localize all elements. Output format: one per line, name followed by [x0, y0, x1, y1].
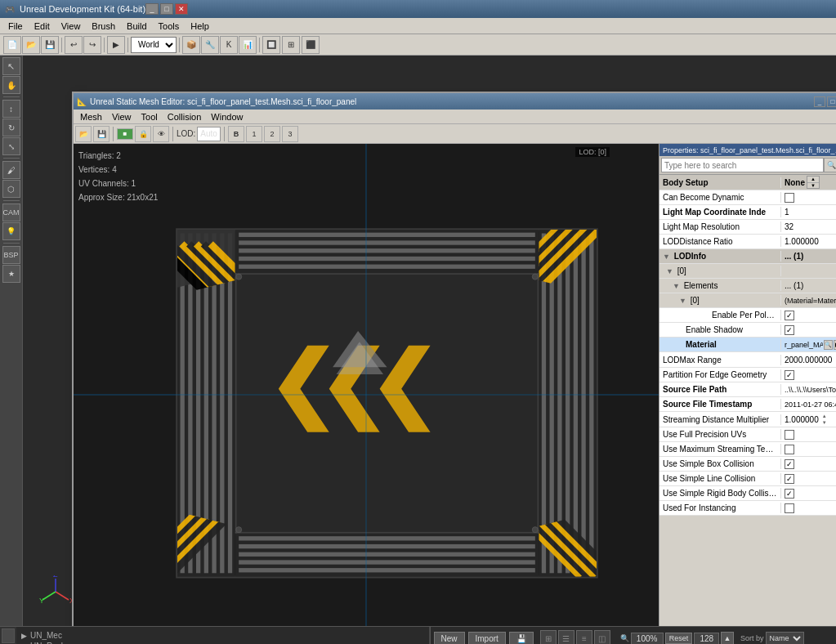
redo-button[interactable]: ↪ — [83, 36, 101, 54]
maximize-button[interactable]: □ — [160, 3, 173, 15]
prop-value-per-poly[interactable] — [781, 310, 836, 321]
lt-rotate[interactable]: ↻ — [2, 119, 20, 136]
prop-material-search[interactable]: 🔍 — [824, 340, 833, 350]
lt-camera[interactable]: CAM — [2, 203, 20, 221]
reset-zoom-button[interactable]: Reset — [665, 633, 693, 644]
grid-view-btn[interactable]: ⊞ — [540, 630, 557, 644]
stream-spinner[interactable]: ▲ ▼ — [822, 413, 827, 426]
sme-menu-mesh[interactable]: Mesh — [75, 110, 107, 123]
minimize-button[interactable]: _ — [145, 3, 159, 15]
menu-view[interactable]: View — [56, 20, 86, 33]
main-viewport[interactable]: X Y Z 📐 Unreal Static Mesh Editor: sci_f… — [23, 56, 836, 626]
prop-row-elem0[interactable]: ▼ [0] (Material=Material — [659, 293, 836, 308]
save-asset-button[interactable]: 💾 — [509, 632, 534, 645]
lt-geometry[interactable]: ⬡ — [2, 180, 20, 198]
asset-item-unmec[interactable]: ▶ UN_Mec — [20, 630, 426, 641]
asset-item-unrock[interactable]: ▶ UN_Rock — [20, 641, 426, 644]
prop-value-partition[interactable] — [781, 369, 836, 381]
prop-row-elements[interactable]: ▼ Elements ... (1) — [659, 279, 836, 293]
props-search-button[interactable]: 🔍 — [824, 158, 836, 172]
lt-light[interactable]: 💡 — [2, 222, 20, 240]
prop-checkbox-dynamic[interactable] — [785, 193, 794, 203]
toolbar-btn-3[interactable]: K — [220, 36, 238, 54]
prop-value-rigidbody[interactable] — [781, 488, 836, 499]
viewport-btn-3[interactable]: ⬛ — [302, 36, 320, 54]
lt-select[interactable]: ↖ — [2, 57, 20, 75]
menu-build[interactable]: Build — [122, 20, 151, 33]
prop-checkbox-rigidbody[interactable] — [785, 489, 794, 499]
new-asset-button[interactable]: New — [434, 632, 465, 645]
sme-minimize[interactable]: _ — [814, 96, 825, 107]
prop-row-lodinfo[interactable]: ▼ LODInfo ... (1) — [659, 249, 836, 264]
close-button[interactable]: ✕ — [175, 3, 188, 15]
sme-num3-btn[interactable]: 3 — [282, 126, 298, 142]
new-button[interactable]: 📄 — [3, 36, 21, 54]
prop-value-instancing[interactable] — [781, 503, 836, 514]
sme-menu-window[interactable]: Window — [206, 110, 248, 123]
import-asset-button[interactable]: Import — [468, 632, 506, 645]
toolbar-btn-2[interactable]: 🔧 — [201, 36, 219, 54]
lt-move[interactable]: ↕ — [2, 100, 20, 118]
save-button[interactable]: 💾 — [41, 36, 59, 54]
viewport-btn-2[interactable]: ⊞ — [282, 36, 300, 54]
svg-point-79 — [236, 527, 242, 533]
sme-maximize[interactable]: □ — [827, 96, 836, 107]
sort-dropdown[interactable]: Name — [766, 632, 804, 644]
sme-green-btn[interactable]: ■ — [117, 128, 133, 140]
detail-view-btn[interactable]: ≡ — [576, 630, 592, 644]
sme-viewport[interactable]: Triangles: 2 Vertices: 4 UV Channels: 1 … — [74, 144, 659, 626]
menu-brush[interactable]: Brush — [87, 20, 120, 33]
play-button[interactable]: ▶ — [107, 36, 125, 54]
sme-open-btn[interactable]: 📂 — [75, 126, 92, 142]
zoom-up-btn[interactable]: ▲ — [721, 632, 734, 644]
lt-brush[interactable]: 🖌 — [2, 161, 20, 179]
prop-checkbox-per-poly[interactable] — [785, 311, 794, 320]
viewport-btn-1[interactable]: 🔲 — [262, 36, 280, 54]
prop-material-browse[interactable]: ▶ — [834, 340, 836, 350]
toolbar-btn-1[interactable]: 📦 — [182, 36, 200, 54]
prop-checkbox-shadow[interactable] — [785, 325, 794, 335]
sme-bold-btn[interactable]: B — [228, 126, 244, 142]
prop-checkbox-partition[interactable] — [785, 370, 794, 380]
prop-checkbox-fullprec[interactable] — [785, 430, 794, 440]
lt-actor[interactable]: ★ — [2, 265, 20, 283]
prop-dropdown-body-setup[interactable]: ▲ ▼ — [807, 176, 820, 189]
props-search-input[interactable] — [661, 158, 824, 172]
prop-row-lod0[interactable]: ▼ [0] — [659, 264, 836, 279]
sme-view-btn[interactable]: 👁 — [153, 126, 169, 142]
lt-scale[interactable]: ⤡ — [2, 137, 20, 155]
undo-button[interactable]: ↩ — [65, 36, 83, 54]
toolbar-btn-4[interactable]: 📊 — [239, 36, 257, 54]
menu-file[interactable]: File — [3, 20, 28, 33]
prop-value-fullprec[interactable] — [781, 429, 836, 441]
sme-menu-view[interactable]: View — [107, 110, 136, 123]
sme-save-btn[interactable]: 💾 — [93, 126, 110, 142]
prop-row-shadow: Enable Shadow — [659, 323, 836, 338]
prop-value-linecol[interactable] — [781, 473, 836, 485]
prop-checkbox-boxcol[interactable] — [785, 459, 794, 469]
menu-tools[interactable]: Tools — [154, 20, 185, 33]
prop-checkbox-instancing[interactable] — [785, 503, 794, 513]
menu-edit[interactable]: Edit — [29, 20, 55, 33]
sme-num1-btn[interactable]: 1 — [246, 126, 262, 142]
menu-help[interactable]: Help — [186, 20, 214, 33]
lt-hand[interactable]: ✋ — [2, 76, 20, 94]
sme-lock-btn[interactable]: 🔒 — [135, 126, 151, 142]
prop-checkbox-linecol[interactable] — [785, 474, 794, 484]
prop-row-fullprec: Use Full Precision UVs — [659, 427, 836, 442]
prop-value-boxcol[interactable] — [781, 458, 836, 470]
svg-rect-32 — [239, 265, 535, 269]
list-view-btn[interactable]: ☰ — [558, 630, 574, 644]
prop-value-shadow[interactable] — [781, 324, 836, 336]
world-dropdown[interactable]: World — [131, 37, 177, 53]
sme-num2-btn[interactable]: 2 — [264, 126, 280, 142]
open-button[interactable]: 📂 — [22, 36, 40, 54]
prop-checkbox-maxstream[interactable] — [785, 445, 794, 454]
sme-menu-collision[interactable]: Collision — [163, 110, 207, 123]
filter-view-btn[interactable]: ◫ — [594, 630, 610, 644]
prop-label-material: Material — [659, 339, 781, 350]
sme-menu-tool[interactable]: Tool — [136, 110, 163, 123]
prop-value-dynamic[interactable] — [781, 192, 836, 203]
lt-bsp[interactable]: BSP — [2, 246, 20, 264]
prop-value-maxstream[interactable] — [781, 444, 836, 455]
